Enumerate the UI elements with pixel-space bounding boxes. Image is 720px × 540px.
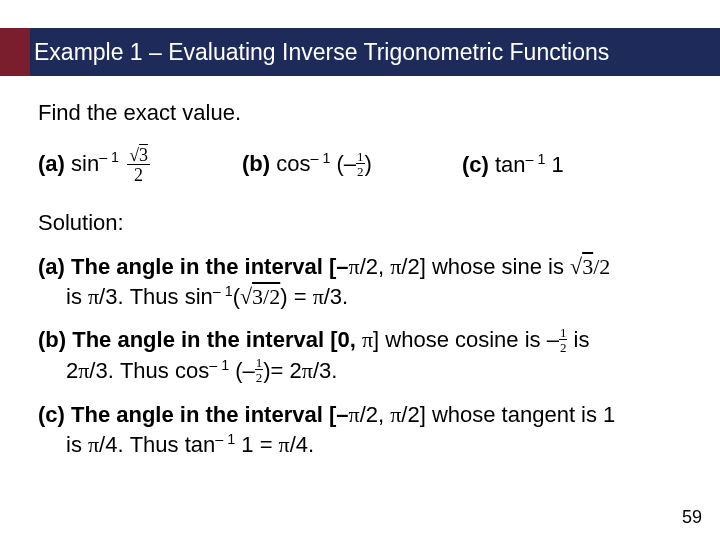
problem-prompt: Find the exact value. bbox=[38, 100, 690, 126]
part-c-func: tan bbox=[495, 153, 526, 178]
solution-block: Solution: (a) The angle in the interval … bbox=[38, 208, 690, 460]
pi-icon: π bbox=[279, 432, 290, 457]
header-accent-blue: Example 1 – Evaluating Inverse Trigonome… bbox=[30, 28, 720, 76]
part-c-exp: – 1 bbox=[526, 151, 546, 167]
pi-icon: π bbox=[78, 358, 89, 383]
part-a-arg-den: 2 bbox=[127, 165, 150, 184]
part-b-func: cos bbox=[276, 152, 310, 177]
part-c-label: (c) bbox=[462, 153, 489, 178]
solution-c: (c) The angle in the interval [–π/2, π/2… bbox=[38, 400, 690, 460]
part-c: (c) tan– 1 1 bbox=[462, 151, 564, 178]
pi-icon: π bbox=[349, 254, 360, 279]
sqrt3over2-icon: √3/2 bbox=[570, 254, 610, 279]
sol-b-line2: 2π/3. Thus cos– 1 (–12)= 2π/3. bbox=[38, 358, 337, 383]
sol-a-line2: is π/3. Thus sin– 1(√3/2) = π/3. bbox=[38, 284, 348, 309]
solution-b: (b) The angle in the interval [0, π] who… bbox=[38, 325, 690, 386]
pi-icon: π bbox=[349, 402, 360, 427]
pi-icon: π bbox=[88, 284, 99, 309]
part-b: (b) cos– 1 (–12) bbox=[242, 150, 372, 180]
part-a-arg-num: √3 bbox=[127, 146, 150, 165]
part-a: (a) sin– 1 √3 2 bbox=[38, 146, 152, 184]
pi-icon: π bbox=[362, 327, 373, 352]
solution-a: (a) The angle in the interval [–π/2, π/2… bbox=[38, 252, 690, 312]
part-a-arg: √3 2 bbox=[127, 146, 150, 184]
pi-icon: π bbox=[390, 402, 401, 427]
parts-row: (a) sin– 1 √3 2 (b) cos– 1 (–12) (c) tan… bbox=[38, 146, 690, 184]
header-title: Example 1 – Evaluating Inverse Trigonome… bbox=[34, 39, 609, 66]
part-b-label: (b) bbox=[242, 152, 270, 177]
part-b-exp: – 1 bbox=[311, 150, 331, 166]
part-c-arg: 1 bbox=[552, 153, 564, 178]
sol-c-text1: (c) The angle in the interval [– bbox=[38, 402, 349, 427]
header-accent-red bbox=[0, 28, 30, 76]
part-a-exp: – 1 bbox=[99, 149, 119, 165]
sol-c-line2: is π/4. Thus tan– 1 1 = π/4. bbox=[38, 432, 314, 457]
pi-icon: π bbox=[88, 432, 99, 457]
pi-icon: π bbox=[313, 284, 324, 309]
pi-icon: π bbox=[390, 254, 401, 279]
neg-half-icon: 12 bbox=[255, 356, 264, 384]
page-number: 59 bbox=[682, 507, 702, 528]
slide-content: Find the exact value. (a) sin– 1 √3 2 (b… bbox=[38, 100, 690, 474]
neg-half-icon: 12 bbox=[559, 326, 568, 354]
part-b-arg: 12 bbox=[356, 150, 365, 178]
part-a-func: sin bbox=[71, 151, 99, 176]
solution-heading: Solution: bbox=[38, 208, 690, 238]
pi-icon: π bbox=[302, 358, 313, 383]
sol-b-text1: (b) The angle in the interval [0, bbox=[38, 327, 362, 352]
part-b-sign: – bbox=[344, 152, 356, 177]
part-a-label: (a) bbox=[38, 151, 65, 176]
sqrt3over2-icon: √3/2 bbox=[240, 284, 280, 309]
sol-a-text1: (a) The angle in the interval [– bbox=[38, 254, 349, 279]
